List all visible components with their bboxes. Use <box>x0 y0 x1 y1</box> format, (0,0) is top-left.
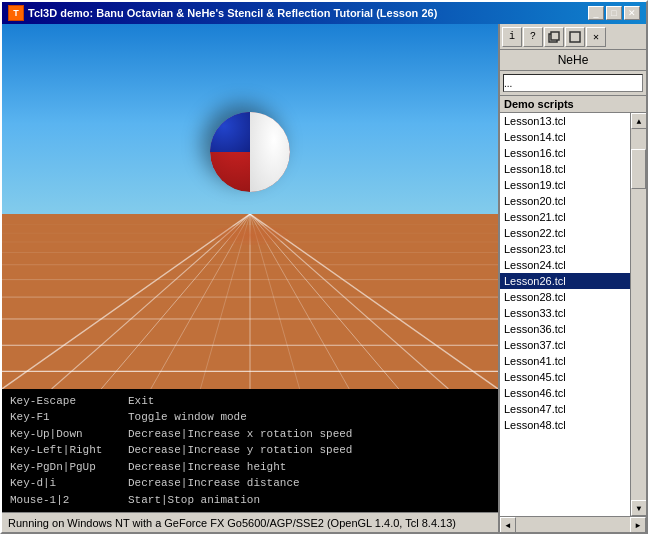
info-desc-3: Decrease|Increase y rotation speed <box>128 442 352 459</box>
scrollbar-horizontal: ◄ ► <box>500 516 646 532</box>
window-icon <box>569 31 581 43</box>
info-key-6: Mouse-1|2 <box>10 492 120 509</box>
info-key-5: Key-d|i <box>10 475 120 492</box>
left-panel: Key-Escape Exit Key-F1 Toggle window mod… <box>2 24 498 532</box>
list-item[interactable]: Lesson36.tcl <box>500 321 630 337</box>
ball-shadow <box>210 225 290 245</box>
copy-button[interactable] <box>544 27 564 47</box>
list-item[interactable]: Lesson13.tcl <box>500 113 630 129</box>
list-item[interactable]: Lesson37.tcl <box>500 337 630 353</box>
title-bar-buttons: _ □ ✕ <box>588 6 640 20</box>
list-item[interactable]: Lesson45.tcl <box>500 369 630 385</box>
svg-line-11 <box>250 214 498 389</box>
list-item[interactable]: Lesson14.tcl <box>500 129 630 145</box>
svg-rect-22 <box>551 32 559 40</box>
list-item[interactable]: Lesson23.tcl <box>500 241 630 257</box>
ball-white-segment <box>250 112 290 192</box>
list-item[interactable]: Lesson26.tcl <box>500 273 630 289</box>
list-item[interactable]: Lesson20.tcl <box>500 193 630 209</box>
info-line-4: Key-PgDn|PgUp Decrease|Increase height <box>10 459 490 476</box>
panel-title: NeHe <box>500 50 646 71</box>
ball-3d <box>210 112 290 192</box>
list-item[interactable]: Lesson19.tcl <box>500 177 630 193</box>
title-bar: T Tcl3D demo: Banu Octavian & NeHe's Ste… <box>2 2 646 24</box>
list-item[interactable]: Lesson33.tcl <box>500 305 630 321</box>
info-key-4: Key-PgDn|PgUp <box>10 459 120 476</box>
scroll-down-button[interactable]: ▼ <box>631 500 646 516</box>
info-key-1: Key-F1 <box>10 409 120 426</box>
info-desc-6: Start|Stop animation <box>128 492 260 509</box>
list-item[interactable]: Lesson24.tcl <box>500 257 630 273</box>
scroll-track <box>631 129 646 500</box>
script-list: Lesson13.tclLesson14.tclLesson16.tclLess… <box>500 113 630 516</box>
search-area <box>500 71 646 96</box>
scroll-horizontal-track <box>516 517 630 532</box>
list-container: Lesson13.tclLesson14.tclLesson16.tclLess… <box>500 113 646 516</box>
list-item[interactable]: Lesson22.tcl <box>500 225 630 241</box>
info-line-2: Key-Up|Down Decrease|Increase x rotation… <box>10 426 490 443</box>
svg-line-10 <box>2 214 250 389</box>
list-item[interactable]: Lesson46.tcl <box>500 385 630 401</box>
right-panel: i ? ✕ NeHe <box>498 24 646 532</box>
minimize-button[interactable]: _ <box>588 6 604 20</box>
info-area: Key-Escape Exit Key-F1 Toggle window mod… <box>2 389 498 513</box>
list-item[interactable]: Lesson28.tcl <box>500 289 630 305</box>
info-desc-0: Exit <box>128 393 154 410</box>
info-desc-1: Toggle window mode <box>128 409 247 426</box>
maximize-button[interactable]: □ <box>606 6 622 20</box>
info-line-1: Key-F1 Toggle window mode <box>10 409 490 426</box>
list-item[interactable]: Lesson21.tcl <box>500 209 630 225</box>
list-item[interactable]: Lesson47.tcl <box>500 401 630 417</box>
ball-blue-segment <box>210 112 250 152</box>
list-item[interactable]: Lesson41.tcl <box>500 353 630 369</box>
title-bar-left: T Tcl3D demo: Banu Octavian & NeHe's Ste… <box>8 5 437 21</box>
scrollbar-vertical: ▲ ▼ <box>630 113 646 516</box>
right-toolbar: i ? ✕ <box>500 24 646 50</box>
scroll-right-button[interactable]: ► <box>630 517 646 532</box>
list-item[interactable]: Lesson18.tcl <box>500 161 630 177</box>
info-key-3: Key-Left|Right <box>10 442 120 459</box>
close-x-button[interactable]: ✕ <box>586 27 606 47</box>
status-bar: Running on Windows NT with a GeForce FX … <box>2 512 498 532</box>
info-key-2: Key-Up|Down <box>10 426 120 443</box>
window-title: Tcl3D demo: Banu Octavian & NeHe's Stenc… <box>28 7 437 19</box>
info-line-3: Key-Left|Right Decrease|Increase y rotat… <box>10 442 490 459</box>
app-icon: T <box>8 5 24 21</box>
close-button[interactable]: ✕ <box>624 6 640 20</box>
info-line-0: Key-Escape Exit <box>10 393 490 410</box>
svg-rect-23 <box>570 32 580 42</box>
info-desc-5: Decrease|Increase distance <box>128 475 300 492</box>
canvas-area[interactable] <box>2 24 498 389</box>
window-button[interactable] <box>565 27 585 47</box>
info-desc-4: Decrease|Increase height <box>128 459 286 476</box>
status-text: Running on Windows NT with a GeForce FX … <box>8 517 456 529</box>
scroll-left-button[interactable]: ◄ <box>500 517 516 532</box>
list-item[interactable]: Lesson48.tcl <box>500 417 630 433</box>
scroll-thumb[interactable] <box>631 149 646 189</box>
info-key-0: Key-Escape <box>10 393 120 410</box>
help-button[interactable]: ? <box>523 27 543 47</box>
copy-icon <box>548 31 560 43</box>
info-desc-2: Decrease|Increase x rotation speed <box>128 426 352 443</box>
list-label: Demo scripts <box>500 96 646 113</box>
info-button[interactable]: i <box>502 27 522 47</box>
main-content: Key-Escape Exit Key-F1 Toggle window mod… <box>2 24 646 532</box>
info-line-5: Key-d|i Decrease|Increase distance <box>10 475 490 492</box>
main-window: T Tcl3D demo: Banu Octavian & NeHe's Ste… <box>0 0 648 534</box>
info-line-6: Mouse-1|2 Start|Stop animation <box>10 492 490 509</box>
search-input[interactable] <box>503 74 643 92</box>
list-item[interactable]: Lesson16.tcl <box>500 145 630 161</box>
scroll-up-button[interactable]: ▲ <box>631 113 646 129</box>
